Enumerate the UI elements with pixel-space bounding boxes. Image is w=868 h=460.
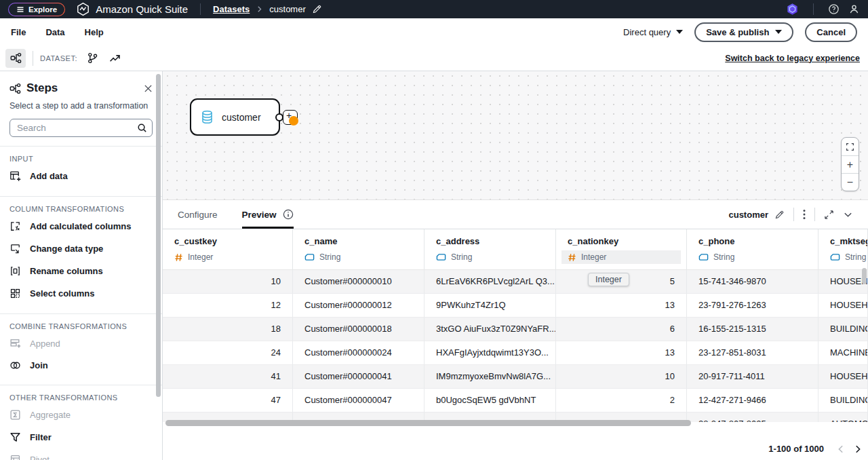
string-type-icon (436, 253, 446, 261)
menu-data[interactable]: Data (45, 27, 64, 37)
help-icon[interactable] (828, 3, 840, 15)
caret-down-icon (775, 30, 782, 34)
table-cell: 18 (163, 318, 293, 341)
info-icon[interactable] (283, 209, 294, 220)
sidebar-item-label: Append (30, 339, 60, 349)
table-vertical-scrollbar[interactable] (862, 268, 867, 284)
fit-screen-button[interactable] (842, 138, 859, 155)
table-horizontal-scrollbar[interactable] (165, 420, 691, 426)
flow-icon (10, 52, 22, 64)
sidebar-item-label: Pivot (30, 455, 50, 460)
table-body: 10Customer#0000000106LrEaV6KR6PLVcgl2ArL… (163, 270, 868, 422)
kebab-menu-icon[interactable] (803, 209, 806, 220)
pagination: 1-100 of 1000 (768, 444, 863, 454)
table-cell: 16-155-215-1315 (687, 318, 818, 341)
table-cell: HOUSEHOLD (818, 294, 868, 318)
sidebar-item-add-data[interactable]: Add data (0, 165, 162, 187)
tab-preview[interactable]: Preview (242, 200, 294, 229)
table-row: 41Customer#000000041IM9mzmyoxeBmvNw8lA7G… (163, 365, 868, 389)
column-name: c_address (436, 236, 544, 246)
add-step-button[interactable]: + (283, 110, 298, 125)
sidebar-item-label: Filter (30, 432, 52, 442)
expand-icon[interactable] (824, 210, 834, 220)
column-type-badge[interactable]: Integer (561, 250, 681, 264)
flow-canvas[interactable]: customer + + − (163, 71, 868, 200)
breadcrumb-current: customer (269, 4, 305, 14)
preview-separator-2 (814, 208, 815, 221)
trend-view-icon[interactable] (109, 52, 121, 64)
table-cell: 12 (163, 294, 293, 318)
table-cell: 23-791-276-1263 (687, 294, 818, 318)
table-cell: Customer#000000047 (293, 389, 425, 413)
search-icon (137, 123, 147, 133)
calculated-columns-icon (9, 221, 21, 232)
zoom-in-button[interactable]: + (842, 155, 859, 173)
dataset-toolbar: DATASET: Switch back to legacy experienc… (0, 45, 868, 71)
sidebar-item-change-data-type[interactable]: Change data type (0, 237, 162, 260)
rename-dataset-pencil-icon[interactable] (312, 4, 322, 14)
table-cell: 3txGO AiuFux3zT0Z9NYaFR... (425, 318, 556, 341)
table-cell: 28-347-807-8035 (687, 413, 818, 422)
sidebar-item-add-calculated-columns[interactable]: Add calculated columns (0, 215, 162, 237)
legacy-experience-link[interactable]: Switch back to legacy experience (725, 54, 863, 63)
section-label: COLUMN TRANSFORMATIONS (0, 197, 162, 215)
sidebar-item-label: Add data (30, 171, 68, 181)
table-cell: Customer#000000012 (293, 294, 425, 318)
steps-icon (9, 83, 21, 94)
steps-panel-toggle-button[interactable] (5, 49, 26, 68)
menu-help[interactable]: Help (85, 27, 104, 37)
user-icon[interactable] (848, 3, 860, 15)
column-type-badge[interactable]: Integer (168, 250, 287, 264)
explore-button[interactable]: Explore (8, 3, 65, 16)
quick-suite-logo-icon (76, 2, 90, 16)
q-assistant-icon[interactable] (786, 3, 799, 16)
sidebar-item-filter[interactable]: Filter (0, 426, 162, 448)
table-cell: IM9mzmyoxeBmvNw8lA7G... (425, 365, 556, 389)
query-mode-dropdown[interactable]: Direct query (623, 27, 683, 37)
column-type-badge[interactable]: String (430, 250, 550, 264)
table-cell: b0UgocSqEW5 gdVbhNT (425, 389, 556, 413)
column-type-badge[interactable]: String (692, 250, 812, 264)
column-name: c_name (304, 236, 412, 246)
save-publish-button[interactable]: Save & publish (694, 22, 793, 42)
top-app-bar: Explore Amazon Quick Suite Datasets cust… (0, 0, 868, 18)
customer-node[interactable]: customer (190, 98, 280, 136)
canvas-zoom-controls: + − (841, 137, 859, 191)
close-icon[interactable] (144, 84, 153, 93)
query-mode-label: Direct query (623, 27, 671, 37)
pagination-label: 1-100 of 1000 (768, 444, 824, 454)
rename-columns-icon (9, 265, 21, 277)
table-cell: BUILDING (818, 389, 868, 413)
column-type-label: String (713, 252, 734, 262)
table-cell: 13 (556, 294, 687, 318)
branch-view-icon[interactable] (87, 52, 98, 64)
zoom-out-button[interactable]: − (842, 173, 859, 191)
column-type-badge[interactable]: String (824, 250, 862, 264)
column-header-c_nationkey: c_nationkeyInteger (556, 229, 687, 269)
collapse-chevron-icon[interactable] (843, 210, 853, 220)
sidebar-scrollbar[interactable] (156, 74, 161, 397)
sidebar-item-append: Append (0, 332, 162, 355)
string-type-icon (304, 253, 315, 261)
sidebar-item-select-columns[interactable]: Select columns (0, 282, 162, 305)
table-cell: HXAFgIAyjxtdqwimt13Y3O... (425, 341, 556, 365)
caret-down-icon (676, 30, 683, 34)
table-cell: 9PWKuhzT4Zr1Q (425, 294, 556, 318)
table-cell: Customer#000000041 (293, 365, 425, 389)
column-type-badge[interactable]: String (298, 250, 418, 264)
breadcrumb-datasets-link[interactable]: Datasets (213, 4, 250, 14)
edit-pencil-icon[interactable] (774, 210, 785, 220)
table-cell: 6 (556, 318, 687, 341)
column-name: c_nationkey (568, 236, 675, 246)
table-cell: 23-127-851-8031 (687, 341, 818, 365)
table-cell: BUILDING (818, 318, 868, 341)
cancel-button[interactable]: Cancel (805, 22, 857, 42)
chevron-right-icon[interactable] (853, 444, 863, 454)
steps-search-input[interactable] (9, 119, 153, 137)
topbar-separator (200, 3, 201, 15)
sidebar-item-rename-columns[interactable]: Rename columns (0, 260, 162, 282)
sidebar-item-join[interactable]: Join (0, 355, 162, 376)
tab-configure[interactable]: Configure (178, 200, 218, 229)
type-tooltip: Integer (588, 273, 629, 286)
menu-file[interactable]: File (11, 27, 26, 37)
